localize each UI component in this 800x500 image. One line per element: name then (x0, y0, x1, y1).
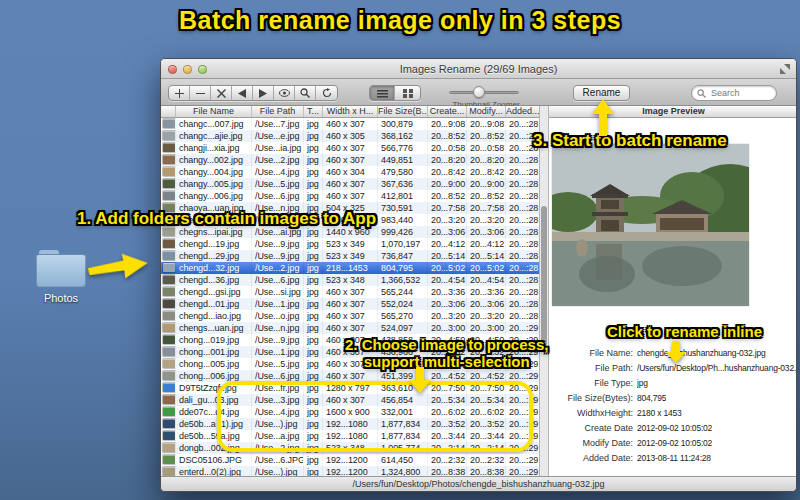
zoomer-slider-knob[interactable] (473, 86, 485, 98)
column-header-icon[interactable] (161, 106, 176, 117)
column-header-width-x-h[interactable]: Width x H... (323, 106, 378, 117)
cell-type: jpg (304, 262, 323, 274)
table-row[interactable]: chengd...36.jpg/Use...6.jpgjpg523 x 3481… (161, 274, 539, 286)
table-row[interactable]: chengd...29.jpg/Use...9.jpgjpg523 x 3497… (161, 250, 539, 262)
table-row[interactable]: changji...xia.jpg/Use...ia.jpgjpg460 x 3… (161, 142, 539, 154)
cell-path: /Use...6.jpg (252, 190, 304, 202)
cell-added: 20...:29 (506, 322, 539, 334)
cell-size: 300,879 (378, 118, 428, 130)
cell-type: jpg (304, 190, 323, 202)
table-row[interactable]: changc...ajie.jpg/Use...e.jpgjpg460 x 30… (161, 130, 539, 142)
grid-view-button[interactable] (395, 86, 420, 100)
cell-size: 565,270 (378, 310, 428, 322)
scrollbar-thumb[interactable] (541, 206, 547, 346)
cell-size: 983,440 (378, 214, 428, 226)
toolbar: Thumbnail Zoomer Rename (161, 79, 796, 106)
image-thumbnail-icon (163, 119, 175, 128)
refresh-button[interactable] (316, 86, 337, 100)
cell-size: 1,366,532 (378, 274, 428, 286)
column-header-added[interactable]: Added... (506, 106, 539, 117)
table-row[interactable]: changy...005.jpg/Use...5.jpgjpg460 x 307… (161, 178, 539, 190)
column-header-t[interactable]: T... (304, 106, 323, 117)
cell-path: /Use...n.jpg (252, 322, 304, 334)
table-row[interactable]: changy...004.jpg/Use...4.jpgjpg460 x 304… (161, 166, 539, 178)
preview-field-value[interactable]: chengde_bishushanzhuang-032.jpg (637, 348, 766, 358)
cell-path: /Use...1.jpg (252, 298, 304, 310)
preview-header: Image Preview (549, 106, 797, 118)
column-header-modify[interactable]: Modify... (467, 106, 506, 117)
table-row[interactable]: changy...002.jpg/Use...2.jpgjpg460 x 307… (161, 154, 539, 166)
cell-name: DSC05106.JPG (176, 454, 252, 466)
fullscreen-icon[interactable] (780, 64, 790, 74)
table-row[interactable]: chengd...01.jpg/Use...1.jpgjpg460 x 3075… (161, 298, 539, 310)
search-field[interactable] (691, 85, 777, 101)
cell-name: changji...xia.jpg (176, 142, 252, 154)
table-scrollbar[interactable] (539, 106, 549, 478)
table-row[interactable]: chengd...32.jpg/Use...2.jpgjpg218...1453… (161, 262, 539, 274)
preview-field-value: 2012-09-02 10:05:02 (637, 438, 712, 448)
preview-field-label: Create Date (549, 423, 633, 433)
cell-dims: 460 x 307 (323, 298, 378, 310)
cell-create: 20...5:14 (428, 250, 467, 262)
table-row[interactable]: changc...007.jpg/Use...7.jpgjpg460 x 307… (161, 118, 539, 130)
quicklook-eye-button[interactable] (274, 86, 295, 100)
title-bar[interactable]: Images Rename (29/69 Images) (161, 59, 796, 79)
cell-path: /Use...5.jpg (252, 358, 304, 370)
table-row[interactable]: chengd...19.jpg/Use...9.jpgjpg523 x 3491… (161, 238, 539, 250)
remove-button[interactable] (190, 86, 211, 100)
cell-path: /Use...si.jpg (252, 286, 304, 298)
list-view-button[interactable] (370, 86, 395, 100)
preview-field-label: File Size(Bytes): (549, 393, 633, 403)
annotation-step2-line1: 2. Choose image to process, (345, 336, 548, 353)
preview-field-label: WidthxHeight: (549, 408, 633, 418)
table-row[interactable]: changy...006.jpg/Use...6.jpgjpg460 x 307… (161, 190, 539, 202)
cell-create: 20...3:00 (428, 322, 467, 334)
right-arrow-icon (87, 249, 152, 285)
cell-modify: 20...0:58 (467, 142, 506, 154)
image-thumbnail-icon (163, 431, 175, 440)
image-thumbnail-icon (163, 443, 175, 452)
cell-create: 20...7:58 (428, 202, 467, 214)
cell-size: 449,851 (378, 154, 428, 166)
cell-type: jpg (304, 250, 323, 262)
delete-button[interactable] (211, 86, 232, 100)
image-thumbnail-icon (163, 335, 175, 344)
photos-folder-icon[interactable]: Photos (36, 250, 86, 302)
table-row[interactable]: chengd...iao.jpg/Use...o.jpgjpg460 x 307… (161, 310, 539, 322)
cell-create: 20...3:36 (428, 286, 467, 298)
search-glass-button[interactable] (295, 86, 316, 100)
cell-name: chengd...32.jpg (176, 262, 252, 274)
cell-modify: 20...8:20 (467, 154, 506, 166)
cell-size: 367,636 (378, 178, 428, 190)
image-thumbnail-icon (163, 455, 175, 464)
preview-field-label: Modify Date: (549, 438, 633, 448)
cell-added: 20...:28 (506, 154, 539, 166)
thumbnail-cell (161, 418, 176, 430)
column-header-create[interactable]: Create... (428, 106, 467, 117)
image-thumbnail-icon (163, 179, 175, 188)
table-row[interactable]: chengd...gsi.jpg/Use...si.jpgjpg460 x 30… (161, 286, 539, 298)
preview-field-row: WidthxHeight:2180 x 1453 (549, 405, 797, 420)
image-thumbnail-icon (163, 155, 175, 164)
column-header-file-name[interactable]: File Name (176, 106, 252, 117)
column-header-file-size-b[interactable]: File Size(B... (378, 106, 428, 117)
previous-button[interactable] (232, 86, 253, 100)
headline-banner: Batch rename image only in 3 steps (0, 6, 800, 35)
preview-field-value: jpg (637, 378, 648, 388)
cell-added: 20...:28 (506, 166, 539, 178)
cell-name: changy...002.jpg (176, 154, 252, 166)
cell-create: 20...8:20 (428, 154, 467, 166)
add-button[interactable] (169, 86, 190, 100)
table-row[interactable]: DSC05106.JPG/Use...6.JPGjpg192...1200614… (161, 454, 539, 466)
table-row[interactable]: chengs...uan.jpg/Use...n.jpgjpg460 x 307… (161, 322, 539, 334)
cell-added: 20...:28 (506, 118, 539, 130)
image-thumbnail-icon (163, 263, 175, 272)
image-thumbnail-icon (163, 419, 175, 428)
image-thumbnail-icon (163, 311, 175, 320)
cell-size: 614,450 (378, 454, 428, 466)
column-header-file-path[interactable]: File Path (252, 106, 304, 117)
cell-dims: 460 x 307 (323, 322, 378, 334)
thumbnail-cell (161, 346, 176, 358)
next-button[interactable] (253, 86, 274, 100)
search-input[interactable] (709, 87, 771, 99)
